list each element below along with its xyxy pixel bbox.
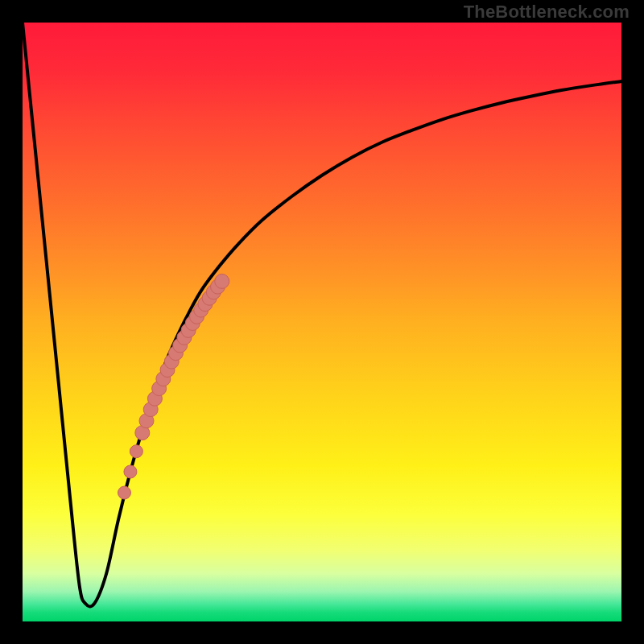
bottleneck-curve (23, 23, 621, 606)
svg-point-19 (215, 274, 229, 288)
chart-overlay (0, 0, 644, 644)
svg-point-20 (118, 486, 130, 499)
chart-frame: TheBottleneck.com (0, 0, 644, 644)
svg-point-22 (130, 445, 142, 458)
svg-point-21 (124, 465, 137, 478)
highlight-markers (118, 274, 229, 499)
